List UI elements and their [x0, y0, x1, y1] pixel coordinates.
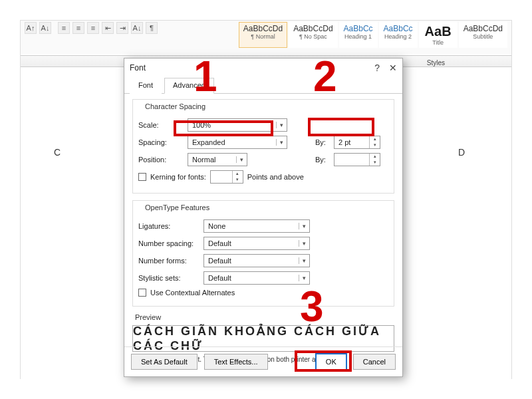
- set-default-button[interactable]: Set As Default: [131, 354, 198, 370]
- stylistic-combo[interactable]: Default ▾: [203, 271, 310, 285]
- styles-group-label: Styles: [427, 59, 445, 66]
- styles-gallery[interactable]: AaBbCcDd¶ NormalAaBbCcDd¶ No SpacAaBbCcH…: [239, 22, 507, 48]
- dialog-titlebar[interactable]: Font ? ✕: [124, 59, 402, 77]
- group-preview: Preview: [132, 313, 164, 321]
- spacing-label: Spacing:: [138, 138, 184, 146]
- style-name: Title: [424, 39, 453, 46]
- word-window: A↑ A↓ ≡ ≡ ≡ ⇤ ⇥ A↓ ¶ AaBbCcDd¶ NormalAaB…: [20, 20, 512, 379]
- numbering-icon[interactable]: ≡: [72, 22, 84, 34]
- font-grow-icon[interactable]: A↑: [25, 22, 37, 34]
- scale-label: Scale:: [138, 121, 184, 129]
- stylistic-label: Stylistic sets:: [138, 274, 200, 282]
- style-preview: AaBbCcDd: [293, 24, 332, 33]
- chevron-down-icon[interactable]: ▾: [299, 240, 309, 247]
- checkbox-icon[interactable]: [138, 289, 146, 297]
- spacing-value: Expanded: [188, 138, 276, 146]
- style-preview: AaBbCcDd: [464, 24, 503, 33]
- chevron-down-icon[interactable]: ▾: [299, 275, 309, 281]
- spinner-icon[interactable]: ▴▾: [232, 171, 243, 183]
- pilcrow-icon[interactable]: ¶: [146, 22, 158, 34]
- style-item-1[interactable]: AaBbCcDd¶ No Spac: [289, 22, 337, 48]
- chevron-down-icon[interactable]: ▾: [276, 139, 287, 146]
- tab-advanced[interactable]: Advanced: [164, 78, 214, 94]
- scale-combo[interactable]: 100% ▾: [188, 118, 287, 132]
- ok-button[interactable]: OK: [316, 354, 346, 370]
- close-button[interactable]: ✕: [389, 63, 397, 73]
- by1-value: 2 pt: [334, 138, 369, 146]
- spacing-combo[interactable]: Expanded ▾: [188, 136, 287, 149]
- style-name: Heading 2: [384, 33, 413, 40]
- by2-label: By:: [315, 156, 330, 164]
- position-value: Normal: [188, 156, 236, 164]
- by1-spinner[interactable]: 2 pt ▴▾: [334, 136, 380, 149]
- points-label: Points and above: [247, 173, 304, 181]
- kerning-spinner[interactable]: ▴▾: [210, 170, 243, 184]
- indent-dec-icon[interactable]: ⇤: [102, 22, 114, 34]
- cancel-button[interactable]: Cancel: [353, 354, 396, 370]
- dialog-button-bar: Set As Default Text Effects... OK Cancel: [124, 346, 402, 376]
- style-name: Subtitle: [464, 33, 503, 40]
- chevron-down-icon[interactable]: ▾: [299, 257, 309, 264]
- doc-char-left: C: [54, 147, 61, 158]
- contextual-label: Use Contextual Alternates: [150, 289, 235, 297]
- text-effects-button[interactable]: Text Effects...: [204, 354, 268, 370]
- spinner-icon[interactable]: ▴▾: [369, 154, 380, 166]
- style-preview: AaBbCcDd: [243, 24, 283, 33]
- style-item-3[interactable]: AaBbCcHeading 2: [379, 22, 418, 48]
- style-item-4[interactable]: AaBTitle: [419, 22, 458, 48]
- style-item-0[interactable]: AaBbCcDd¶ Normal: [239, 22, 287, 48]
- numforms-value: Default: [204, 257, 299, 265]
- contextual-checkbox[interactable]: Use Contextual Alternates: [138, 289, 235, 297]
- style-name: Heading 1: [344, 33, 373, 40]
- style-item-2[interactable]: AaBbCcHeading 1: [339, 22, 378, 48]
- help-button[interactable]: ?: [374, 63, 380, 73]
- numforms-combo[interactable]: Default ▾: [203, 254, 310, 267]
- numspacing-label: Number spacing:: [138, 239, 200, 247]
- kerning-label: Kerning for fonts:: [150, 173, 206, 181]
- ligatures-value: None: [204, 222, 299, 230]
- ligatures-combo[interactable]: None ▾: [203, 219, 310, 233]
- indent-inc-icon[interactable]: ⇥: [116, 22, 128, 34]
- dialog-title: Font: [130, 63, 146, 72]
- by2-spinner[interactable]: ▴▾: [334, 153, 380, 166]
- style-name: ¶ Normal: [243, 33, 283, 40]
- ribbon: A↑ A↓ ≡ ≡ ≡ ⇤ ⇥ A↓ ¶ AaBbCcDd¶ NormalAaB…: [21, 21, 511, 54]
- dialog-tabs: Font Advanced: [124, 77, 402, 94]
- numforms-label: Number forms:: [138, 257, 200, 265]
- style-preview: AaBbCc: [344, 24, 373, 33]
- scale-value: 100%: [188, 121, 276, 129]
- font-shrink-icon[interactable]: A↓: [39, 22, 51, 34]
- style-preview: AaB: [424, 24, 453, 39]
- multilevel-icon[interactable]: ≡: [87, 22, 99, 34]
- by1-label: By:: [315, 138, 330, 146]
- sort-icon[interactable]: A↓: [131, 22, 143, 34]
- style-name: ¶ No Spac: [293, 33, 332, 40]
- position-combo[interactable]: Normal ▾: [188, 153, 247, 166]
- chevron-down-icon[interactable]: ▾: [276, 122, 287, 128]
- font-dialog: Font ? ✕ Font Advanced Character Spacing…: [124, 58, 403, 377]
- ligatures-label: Ligatures:: [138, 222, 200, 230]
- style-item-5[interactable]: AaBbCcDdSubtitle: [459, 22, 507, 48]
- position-label: Position:: [138, 156, 184, 164]
- chevron-down-icon[interactable]: ▾: [299, 223, 309, 229]
- style-preview: AaBbCc: [384, 24, 413, 33]
- checkbox-icon[interactable]: [138, 173, 146, 181]
- numspacing-combo[interactable]: Default ▾: [203, 237, 310, 250]
- chevron-down-icon[interactable]: ▾: [236, 156, 247, 163]
- group-opentype: OpenType Features: [142, 203, 212, 211]
- doc-char-right: D: [458, 147, 465, 158]
- tab-font[interactable]: Font: [130, 78, 162, 94]
- stylistic-value: Default: [204, 274, 299, 282]
- bullets-icon[interactable]: ≡: [58, 22, 70, 34]
- spinner-icon[interactable]: ▴▾: [369, 136, 380, 148]
- kerning-checkbox[interactable]: Kerning for fonts:: [138, 173, 206, 181]
- numspacing-value: Default: [204, 239, 299, 247]
- group-char-spacing: Character Spacing: [142, 102, 208, 110]
